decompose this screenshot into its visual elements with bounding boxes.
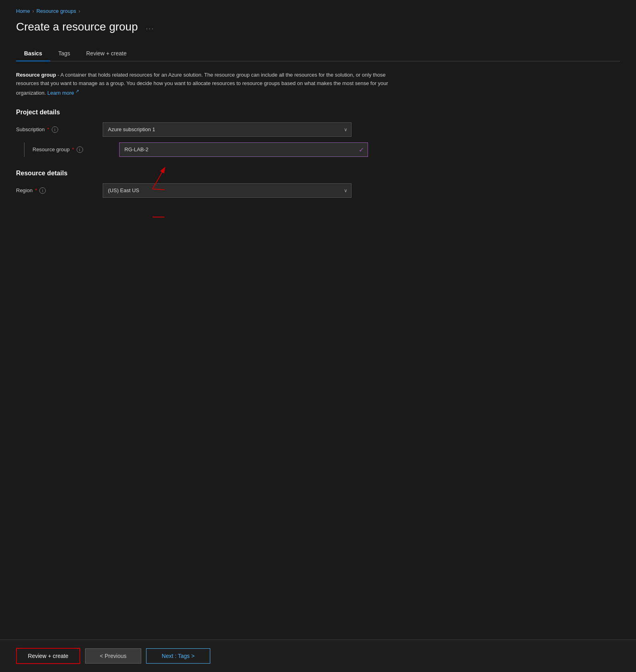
region-control: (US) East US (US) West US (EU) West Euro… (103, 183, 352, 198)
subscription-info-icon[interactable]: i (52, 126, 58, 133)
subscription-label-container: Subscription * i (16, 126, 96, 133)
description-text: Resource group - A container that holds … (16, 71, 409, 97)
project-details-title: Project details (16, 109, 620, 116)
page-title: Create a resource group (16, 20, 138, 33)
subscription-select-wrapper: Azure subscription 1 ∨ (103, 122, 352, 137)
more-options-button[interactable]: ... (143, 21, 158, 33)
resource-group-row: Resource group * i ✓ (33, 142, 620, 157)
region-select[interactable]: (US) East US (US) West US (EU) West Euro… (103, 183, 352, 198)
next-tags-button[interactable]: Next : Tags > (146, 648, 210, 664)
project-details-section: Project details Subscription * i Azure s… (16, 109, 620, 157)
subscription-row: Subscription * i Azure subscription 1 ∨ (16, 122, 620, 137)
tab-tags[interactable]: Tags (50, 46, 78, 61)
region-label: Region (16, 187, 33, 193)
form-fields-area: Project details Subscription * i Azure s… (16, 109, 620, 198)
resource-details-section: Resource details Region * i (US) East US… (16, 170, 620, 198)
subscription-select[interactable]: Azure subscription 1 (103, 122, 352, 137)
resource-group-check-icon: ✓ (359, 146, 364, 153)
breadcrumb-separator-2: › (79, 8, 80, 14)
resource-group-input[interactable] (119, 142, 368, 157)
breadcrumb-separator-1: › (33, 8, 34, 14)
resource-group-control: ✓ (119, 142, 368, 157)
resource-group-indent: Resource group * i ✓ (24, 142, 620, 157)
bottom-toolbar: Review + create < Previous Next : Tags > (0, 640, 636, 672)
breadcrumb-home[interactable]: Home (16, 8, 30, 14)
resource-group-input-wrapper: ✓ (119, 142, 368, 157)
subscription-required: * (47, 126, 49, 132)
region-select-wrapper: (US) East US (US) West US (EU) West Euro… (103, 183, 352, 198)
tab-review-create[interactable]: Review + create (78, 46, 135, 61)
external-link-icon: ↗ (74, 89, 79, 93)
tab-basics[interactable]: Basics (16, 46, 50, 61)
region-row: Region * i (US) East US (US) West US (EU… (16, 183, 620, 198)
subscription-label: Subscription (16, 126, 45, 132)
indent-line (24, 142, 24, 157)
review-create-button[interactable]: Review + create (16, 648, 80, 664)
previous-button[interactable]: < Previous (85, 648, 141, 664)
resource-group-info-icon[interactable]: i (77, 146, 83, 153)
breadcrumb: Home › Resource groups › (16, 8, 620, 14)
region-info-icon[interactable]: i (39, 187, 46, 194)
subscription-control: Azure subscription 1 ∨ (103, 122, 352, 137)
page-header: Create a resource group ... (16, 20, 620, 33)
region-required: * (35, 187, 37, 193)
resource-group-required: * (72, 146, 74, 152)
learn-more-link[interactable]: Learn more ↗ (47, 90, 79, 96)
region-label-container: Region * i (16, 187, 96, 194)
tabs-container: Basics Tags Review + create (16, 46, 620, 61)
resource-group-label-container: Resource group * i (33, 146, 113, 153)
description-bold: Resource group (16, 72, 56, 78)
resource-details-title: Resource details (16, 170, 620, 177)
breadcrumb-resource-groups[interactable]: Resource groups (37, 8, 76, 14)
resource-group-label: Resource group (33, 146, 70, 152)
